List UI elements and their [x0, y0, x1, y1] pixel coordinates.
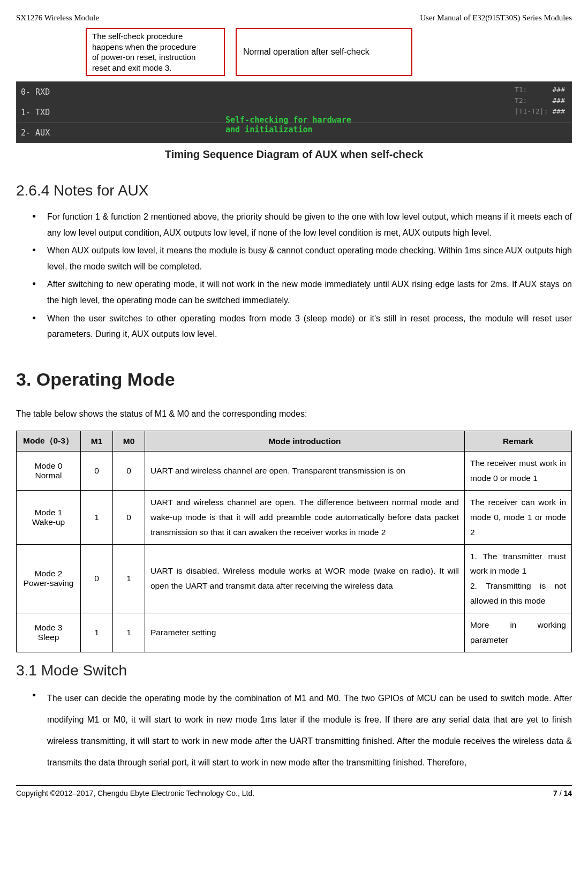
table-row: Mode 1Wake-up10UART and wireless channel…	[17, 490, 572, 544]
t-label: |T1-T2|:	[515, 107, 552, 116]
page-total: 14	[563, 789, 572, 798]
selfcheck-line: Self-checking for hardware	[225, 115, 351, 125]
table-row: Mode 0Normal00UART and wireless channel …	[17, 452, 572, 491]
list-item: For function 1 & function 2 mentioned ab…	[16, 209, 572, 240]
list-item: When the user switches to other operatin…	[16, 311, 572, 342]
page-header: SX1276 Wireless Module User Manual of E3…	[16, 13, 572, 22]
list-item: When AUX outputs low level, it means the…	[16, 243, 572, 274]
page-current: 7	[553, 789, 557, 798]
t-val: ###	[553, 96, 565, 106]
heading-31: 3.1 Mode Switch	[16, 662, 572, 679]
th-remark: Remark	[465, 431, 572, 452]
cell-intro: Parameter setting	[145, 613, 465, 652]
scope-ch1: 1- TXD	[17, 108, 65, 117]
cell-remark: The receiver can work in mode 0, mode 1 …	[465, 490, 572, 544]
cell-m0: 0	[113, 490, 145, 544]
cell-mode: Mode 1Wake-up	[17, 490, 81, 544]
mode-switch-list: The user can decide the operating mode b…	[16, 688, 572, 773]
th-mode: Mode（0-3）	[17, 431, 81, 452]
timing-diagram: The self-check procedure happens when th…	[16, 28, 572, 161]
notes-list: For function 1 & function 2 mentioned ab…	[16, 209, 572, 342]
selfcheck-line: and initialization	[225, 125, 351, 134]
mode-table: Mode（0-3） M1 M0 Mode introduction Remark…	[16, 431, 572, 652]
cell-mode: Mode 3Sleep	[17, 613, 81, 652]
mode-switch-text: The user can decide the operating mode b…	[47, 688, 572, 773]
cell-mode: Mode 2Power-saving	[17, 544, 81, 613]
cell-m1: 0	[81, 452, 113, 491]
callout-selfcheck: The self-check procedure happens when th…	[86, 28, 225, 76]
scope-ch0: 0- RXD	[17, 87, 65, 97]
cell-mode: Mode 0Normal	[17, 452, 81, 491]
list-item: After switching to new operating mode, i…	[16, 276, 572, 308]
heading-3: 3. Operating Mode	[16, 369, 572, 390]
cell-remark: 1. The transmitter must work in mode 12.…	[465, 544, 572, 613]
diagram-title: Timing Sequence Diagram of AUX when self…	[16, 148, 572, 161]
cell-m0: 0	[113, 452, 145, 491]
t-val: ###	[553, 85, 565, 95]
header-left: SX1276 Wireless Module	[16, 13, 99, 22]
th-intro: Mode introduction	[145, 431, 465, 452]
footer-page: 7 / 14	[553, 789, 572, 798]
cell-intro: UART is disabled. Wireless module works …	[145, 544, 465, 613]
selfcheck-annotation: Self-checking for hardware and initializ…	[225, 115, 351, 134]
cell-intro: UART and wireless channel are open. Tran…	[145, 452, 465, 491]
t-label: T2:	[515, 96, 552, 106]
cell-intro: UART and wireless channel are open. The …	[145, 490, 465, 544]
page-footer: Copyright ©2012–2017, Chengdu Ebyte Elec…	[16, 785, 572, 798]
cell-remark: The receiver must work in mode 0 or mode…	[465, 452, 572, 491]
table-row: Mode 2Power-saving01UART is disabled. Wi…	[17, 544, 572, 613]
cell-m0: 1	[113, 544, 145, 613]
heading-264: 2.6.4 Notes for AUX	[16, 182, 572, 199]
cell-m1: 1	[81, 613, 113, 652]
footer-copyright: Copyright ©2012–2017, Chengdu Ebyte Elec…	[16, 789, 254, 798]
header-right: User Manual of E32(915T30S) Series Modul…	[420, 13, 572, 22]
callout-line: The self-check procedure	[92, 31, 218, 42]
callout-line: reset and exit mode 3.	[92, 63, 218, 73]
table-row: Mode 3Sleep11Parameter settingMore in wo…	[17, 613, 572, 652]
scope-ch2: 2- AUX	[17, 128, 65, 138]
callout-text: Normal operation after self-check	[243, 47, 370, 58]
callout-line: happens when the procedure	[92, 42, 218, 52]
cell-remark: More in working parameter	[465, 613, 572, 652]
th-m1: M1	[81, 431, 113, 452]
section-intro: The table below shows the status of M1 &…	[16, 406, 572, 422]
oscilloscope-view: 0- RXD 1- TXD 2- AUX T1:### T2:### |T1-T…	[16, 81, 572, 143]
callout-normal-op: Normal operation after self-check	[236, 28, 412, 76]
th-m0: M0	[113, 431, 145, 452]
cell-m1: 1	[81, 490, 113, 544]
page-sep: /	[557, 789, 564, 798]
callout-line: of power-on reset, instruction	[92, 52, 218, 63]
list-item: The user can decide the operating mode b…	[16, 688, 572, 773]
scope-measure: T1:### T2:### |T1-T2|:###	[514, 84, 566, 118]
t-label: T1:	[515, 85, 552, 95]
t-val: ###	[553, 107, 565, 116]
cell-m0: 1	[113, 613, 145, 652]
cell-m1: 0	[81, 544, 113, 613]
